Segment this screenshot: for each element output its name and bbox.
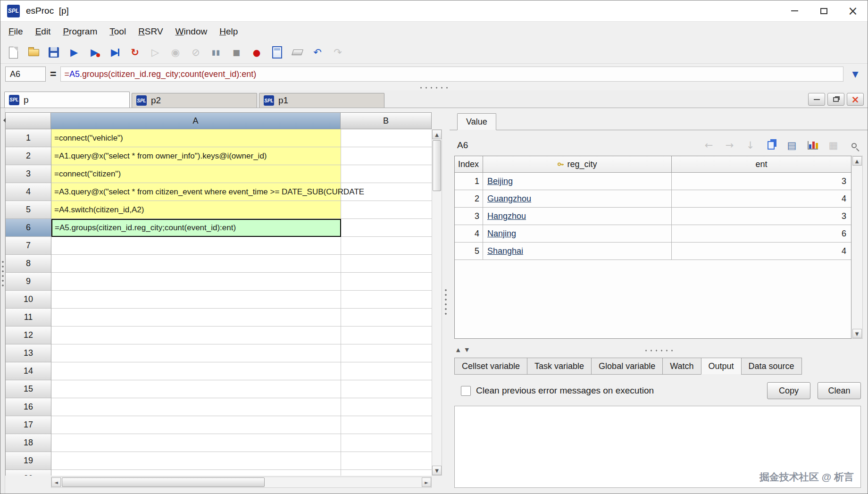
- row-header[interactable]: 11: [6, 309, 51, 327]
- cell-column-a[interactable]: [51, 470, 341, 476]
- cell-column-a[interactable]: =A3.query@x("select * from citizen_event…: [51, 183, 341, 201]
- menu-item[interactable]: Program: [57, 24, 103, 40]
- cell-column-b[interactable]: [341, 452, 432, 470]
- maximize-icon[interactable]: [809, 0, 838, 21]
- row-header[interactable]: 14: [6, 362, 51, 380]
- minimize-icon[interactable]: [780, 0, 809, 21]
- grid-horizontal-scrollbar[interactable]: ◄ ►: [51, 477, 432, 488]
- menu-item[interactable]: RSRV: [132, 24, 169, 40]
- cell-column-b[interactable]: [341, 147, 432, 165]
- row-header[interactable]: 4: [6, 183, 51, 201]
- pause-button[interactable]: ▮▮: [208, 44, 224, 60]
- value-city-cell[interactable]: Nanjing: [483, 225, 672, 242]
- cell-column-b[interactable]: [341, 362, 432, 380]
- cell-column-b[interactable]: [341, 291, 432, 309]
- row-header[interactable]: 15: [6, 380, 51, 398]
- cell-column-b[interactable]: [341, 327, 432, 344]
- sheet-tab[interactable]: SPL p: [4, 92, 130, 108]
- cell-column-a[interactable]: =A5.groups(citizen_id.reg_city;count(eve…: [51, 219, 341, 237]
- clean-button[interactable]: Clean: [818, 382, 861, 399]
- open-file-button[interactable]: [25, 44, 42, 60]
- row-header[interactable]: 1: [6, 129, 51, 147]
- clear-button[interactable]: [289, 44, 305, 60]
- copy-button[interactable]: Copy: [767, 382, 810, 399]
- grid-vertical-scrollbar[interactable]: ▲ ▼: [432, 129, 442, 476]
- menu-item[interactable]: File: [2, 24, 29, 40]
- calculator-button[interactable]: [269, 44, 285, 60]
- sheet-restore-icon[interactable]: [827, 93, 844, 106]
- cell-column-a[interactable]: [51, 452, 341, 470]
- recalculate-button[interactable]: ↻: [127, 44, 143, 60]
- row-header[interactable]: 20: [6, 470, 51, 476]
- cell-column-b[interactable]: [341, 237, 432, 255]
- scroll-thumb[interactable]: [433, 140, 441, 191]
- value-city-cell[interactable]: Shanghai: [483, 243, 672, 260]
- cell-column-a[interactable]: =connect("vehicle"): [51, 129, 341, 147]
- value-city-cell[interactable]: Beijing: [483, 173, 672, 190]
- row-header[interactable]: 3: [6, 165, 51, 183]
- header-ent[interactable]: ent: [672, 156, 851, 172]
- scroll-up-icon[interactable]: ▲: [432, 130, 442, 139]
- bottom-tab[interactable]: Watch: [662, 358, 701, 375]
- sheet-tab[interactable]: SPL p1: [259, 93, 384, 108]
- cell-column-a[interactable]: [51, 434, 341, 452]
- row-header[interactable]: 12: [6, 327, 51, 344]
- row-header[interactable]: 16: [6, 398, 51, 416]
- close-icon[interactable]: ×: [838, 0, 868, 21]
- cell-column-b[interactable]: [341, 219, 432, 237]
- value-city-cell[interactable]: Hangzhou: [483, 208, 672, 225]
- row-header[interactable]: 2: [6, 147, 51, 165]
- save-button[interactable]: [46, 44, 62, 60]
- new-file-button[interactable]: [5, 44, 21, 60]
- row-header[interactable]: 9: [6, 273, 51, 291]
- row-header[interactable]: 18: [6, 434, 51, 452]
- cell-column-a[interactable]: [51, 398, 341, 416]
- cell-column-b[interactable]: [341, 201, 432, 219]
- left-splitter[interactable]: [0, 109, 5, 494]
- row-header[interactable]: 7: [6, 237, 51, 255]
- menu-item[interactable]: Tool: [103, 24, 132, 40]
- cell-column-b[interactable]: [341, 398, 432, 416]
- collapse-left-icon[interactable]: [1, 118, 6, 123]
- horizontal-splitter[interactable]: [0, 84, 868, 91]
- tab-value[interactable]: Value: [457, 113, 496, 130]
- grid-corner[interactable]: [5, 112, 51, 129]
- scroll-down-icon[interactable]: ▼: [432, 466, 442, 475]
- bottom-tab[interactable]: Task variable: [527, 358, 592, 375]
- column-header-a[interactable]: A: [51, 112, 341, 129]
- scroll-right-icon[interactable]: ►: [422, 477, 431, 487]
- menu-item[interactable]: Window: [169, 24, 214, 40]
- step-run-button[interactable]: ▶: [107, 44, 123, 60]
- cell-column-b[interactable]: [341, 470, 432, 476]
- cell-column-b[interactable]: [341, 434, 432, 452]
- collapse-up-icon[interactable]: ▲: [456, 347, 460, 353]
- cell-column-b[interactable]: [341, 129, 432, 147]
- sheet-minimize-icon[interactable]: [808, 93, 825, 106]
- clean-messages-checkbox[interactable]: [461, 386, 471, 396]
- cell-column-a[interactable]: [51, 309, 341, 327]
- cell-column-a[interactable]: [51, 344, 341, 362]
- row-header[interactable]: 10: [6, 291, 51, 309]
- cell-column-b[interactable]: [341, 309, 432, 327]
- stop-button[interactable]: ■: [228, 44, 244, 60]
- cell-column-b[interactable]: [341, 273, 432, 291]
- scroll-down-icon[interactable]: ▼: [852, 329, 862, 338]
- row-header[interactable]: 6: [6, 219, 51, 237]
- center-splitter[interactable]: [442, 109, 450, 494]
- row-header[interactable]: 8: [6, 255, 51, 273]
- cell-column-b[interactable]: [341, 344, 432, 362]
- bottom-splitter[interactable]: ▲ ▼: [450, 345, 868, 356]
- inspect-button[interactable]: [845, 137, 863, 154]
- scroll-left-icon[interactable]: ◄: [51, 477, 61, 487]
- cell-column-a[interactable]: [51, 291, 341, 309]
- undo-button[interactable]: ↶: [309, 44, 326, 60]
- bottom-tab[interactable]: Cellset variable: [454, 358, 527, 375]
- record-button[interactable]: ●: [249, 44, 265, 60]
- formula-input[interactable]: =A5.groups(citizen_id.reg_city;count(eve…: [60, 67, 843, 82]
- cell-column-a[interactable]: =A4.switch(citizen_id,A2): [51, 201, 341, 219]
- sheet-close-icon[interactable]: ×: [847, 93, 864, 106]
- value-vertical-scrollbar[interactable]: ▲ ▼: [851, 156, 863, 339]
- row-header[interactable]: 19: [6, 452, 51, 470]
- cell-reference-box[interactable]: A6: [5, 67, 46, 82]
- cell-column-b[interactable]: [341, 165, 432, 183]
